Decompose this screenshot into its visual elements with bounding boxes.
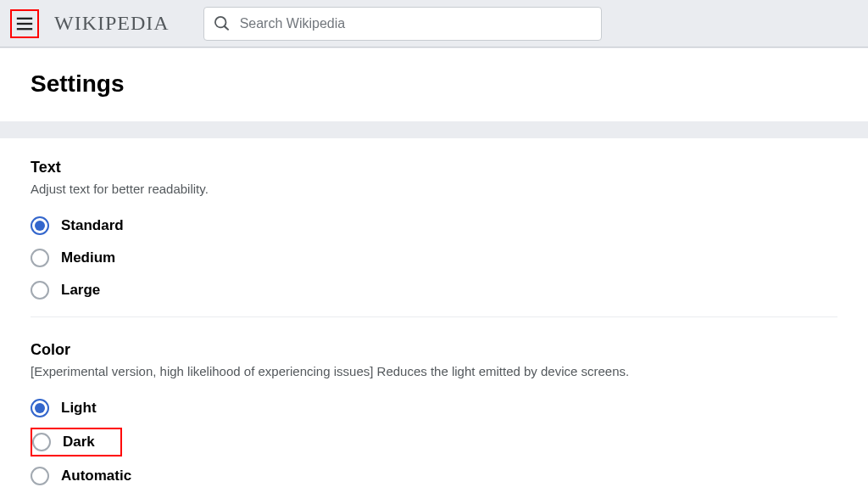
- text-section-description: Adjust text for better readability.: [31, 182, 837, 196]
- wikipedia-logo[interactable]: WIKIPEDIA: [54, 12, 170, 35]
- radio-label: Large: [61, 282, 100, 299]
- text-section: Text Adjust text for better readability.…: [31, 159, 837, 317]
- radio-label: Medium: [61, 249, 115, 266]
- svg-rect-2: [17, 28, 32, 30]
- search-box[interactable]: [203, 7, 602, 41]
- text-option-medium[interactable]: Medium: [31, 242, 837, 274]
- radio-label: Light: [61, 400, 97, 417]
- header: WIKIPEDIA: [0, 0, 868, 48]
- search-icon: [214, 16, 230, 31]
- color-option-light[interactable]: Light: [31, 392, 837, 424]
- radio-icon: [31, 399, 49, 417]
- hamburger-menu-button[interactable]: [10, 9, 39, 38]
- svg-rect-0: [17, 17, 32, 19]
- color-option-dark[interactable]: Dark: [31, 428, 122, 456]
- text-section-title: Text: [31, 159, 837, 176]
- radio-icon: [31, 216, 49, 235]
- color-section: Color [Experimental version, high likeli…: [31, 341, 837, 502]
- radio-label: Standard: [61, 217, 124, 234]
- radio-icon: [32, 433, 51, 451]
- search-input[interactable]: [240, 16, 591, 31]
- radio-label: Dark: [63, 434, 95, 451]
- color-section-title: Color: [31, 341, 837, 359]
- svg-rect-1: [17, 22, 32, 24]
- hamburger-icon: [15, 14, 34, 33]
- content: Text Adjust text for better readability.…: [0, 138, 868, 504]
- radio-label: Automatic: [61, 468, 131, 484]
- text-option-standard[interactable]: Standard: [31, 210, 837, 242]
- color-section-description: [Experimental version, high likelihood o…: [31, 364, 837, 378]
- page-title: Settings: [31, 70, 837, 98]
- color-option-automatic[interactable]: Automatic: [31, 460, 837, 492]
- radio-icon: [31, 249, 49, 267]
- radio-icon: [31, 467, 49, 485]
- title-section: Settings: [0, 48, 868, 121]
- text-option-large[interactable]: Large: [31, 274, 837, 306]
- radio-icon: [31, 281, 49, 300]
